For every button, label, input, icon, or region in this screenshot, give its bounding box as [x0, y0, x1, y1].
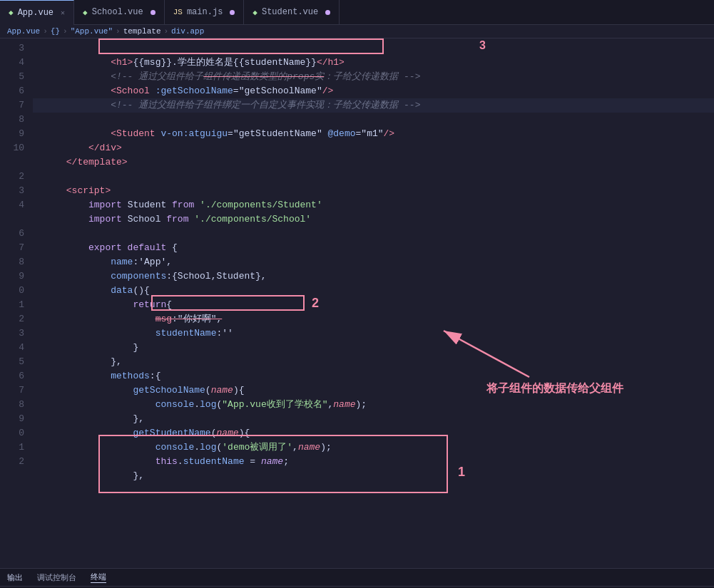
- editor: 3 4 5 6 7 8 9 10 2 3 4 6 7 8 9 0 1 2 3 4…: [0, 38, 714, 568]
- breadcrumb-part: App.vue: [7, 27, 40, 36]
- code-line: console.log("App.vue收到了学校名",name);: [33, 383, 714, 398]
- code-line: <!-- 通过父组件给子组件绑定一个自定义事件实现：子给父传递数据 -->: [33, 84, 714, 98]
- code-line: <!-- 通过父组件给子组件传递函数类型的props实：子给父传递数据 -->: [33, 56, 714, 70]
- code-line: [33, 212, 714, 227]
- breadcrumb-part-template: template: [123, 27, 161, 36]
- unsaved-dot: [230, 10, 235, 15]
- line-numbers: 3 4 5 6 7 8 9 10 2 3 4 6 7 8 9 0 1 2 3 4…: [0, 38, 30, 568]
- breadcrumb-sep: ›: [163, 27, 168, 36]
- code-line: import Student from './components/Studen…: [33, 184, 714, 198]
- vue-icon: ◆: [9, 8, 14, 17]
- code-line: getStudentName(name){: [33, 412, 714, 426]
- code-line: },: [33, 455, 714, 469]
- code-line: <School :getSchoolName="getSchoolName"/>: [33, 70, 714, 84]
- code-line: methods:{: [33, 355, 714, 369]
- tab-label: main.js: [187, 7, 223, 17]
- code-line: components:{School,Student},: [33, 255, 714, 269]
- js-icon: JS: [173, 8, 183, 16]
- code-line: data(){: [33, 269, 714, 284]
- breadcrumb-part: "App.vue": [71, 27, 113, 36]
- code-line: this.studentName = name;: [33, 440, 714, 455]
- code-line: export default {: [33, 227, 714, 241]
- tab-app-vue[interactable]: ◆ App.vue ✕: [0, 0, 74, 25]
- code-line: <script>: [33, 170, 714, 184]
- tab-label: Student.vue: [262, 7, 318, 17]
- code-line: [33, 155, 714, 170]
- code-line: console.log('demo被调用了',name);: [33, 426, 714, 440]
- breadcrumb-sep: ›: [116, 27, 121, 36]
- tab-close-icon[interactable]: ✕: [61, 9, 65, 17]
- code-line: </div>: [33, 127, 714, 141]
- breadcrumb: App.vue › {} › "App.vue" › template › di…: [0, 25, 714, 38]
- code-line: return{: [33, 284, 714, 298]
- code-line: msg:"你好啊",: [33, 298, 714, 312]
- breadcrumb-part: div.app: [171, 27, 204, 36]
- code-line: getSchoolName(name){: [33, 369, 714, 383]
- code-line: import School from './components/School': [33, 198, 714, 212]
- code-line: }: [33, 326, 714, 341]
- code-line: },: [33, 398, 714, 412]
- code-line: <h1>{{msg}}.学生的姓名是{{studentName}}</h1>: [33, 41, 714, 56]
- code-line: <Student v-on:atguigu="getStudentName" @…: [33, 113, 714, 127]
- code-line: </template>: [33, 141, 714, 155]
- vue-icon: ◆: [253, 8, 257, 17]
- code-line: studentName:'': [33, 312, 714, 326]
- bottom-panel: 输出 调试控制台 终端: [0, 568, 714, 586]
- breadcrumb-part: {}: [51, 27, 60, 36]
- panel-tab-output[interactable]: 输出: [7, 572, 23, 583]
- breadcrumb-sep: ›: [63, 27, 68, 36]
- tab-label: School.vue: [92, 7, 143, 17]
- unsaved-dot: [151, 10, 155, 15]
- tab-student-vue[interactable]: ◆ Student.vue: [244, 0, 340, 25]
- code-area[interactable]: <h1>{{msg}}.学生的姓名是{{studentName}}</h1> <…: [30, 38, 714, 568]
- tab-label: App.vue: [18, 8, 53, 18]
- vue-icon: ◆: [83, 8, 88, 17]
- unsaved-dot: [325, 10, 330, 15]
- panel-tab-terminal[interactable]: 终端: [91, 572, 106, 583]
- tab-main-js[interactable]: JS main.js: [165, 0, 245, 25]
- code-line: name:'App',: [33, 241, 714, 255]
- breadcrumb-sep: ›: [43, 27, 48, 36]
- panel-tab-debug[interactable]: 调试控制台: [37, 572, 76, 583]
- code-line: },: [33, 341, 714, 355]
- code-line-cursor: [33, 98, 714, 113]
- tab-bar: ◆ App.vue ✕ ◆ School.vue JS main.js ◆ St…: [0, 0, 714, 25]
- tab-school-vue[interactable]: ◆ School.vue: [74, 0, 165, 25]
